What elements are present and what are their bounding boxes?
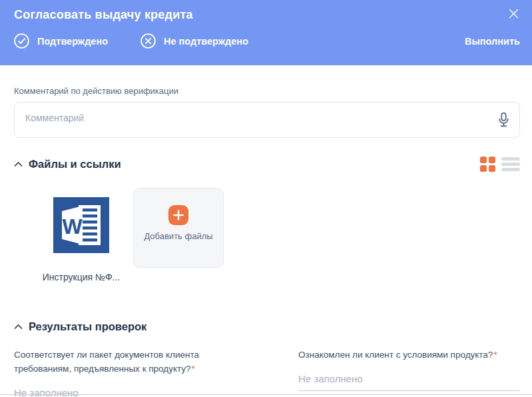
check-results-fields: Соответствует ли пакет документов клиент… bbox=[14, 348, 520, 397]
files-section-header: Файлы и ссылки bbox=[14, 157, 520, 172]
comment-label: Комментарий по действию верификации bbox=[14, 86, 520, 96]
comment-input-wrapper bbox=[14, 102, 520, 138]
grid-view-icon[interactable] bbox=[480, 157, 495, 172]
approve-credit-dialog: Согласовать выдачу кредита Подтверждено bbox=[0, 0, 532, 397]
question-field-product-terms: Ознакомлен ли клиент с условиями продукт… bbox=[298, 348, 519, 397]
required-asterisk: * bbox=[192, 364, 195, 374]
view-toggles bbox=[480, 157, 520, 172]
files-section-title: Файлы и ссылки bbox=[29, 158, 121, 171]
plus-icon bbox=[168, 205, 188, 225]
chevron-up-icon[interactable] bbox=[14, 161, 23, 167]
add-files-label: Добавить файлы bbox=[144, 231, 212, 241]
required-asterisk: * bbox=[493, 350, 497, 360]
question-value[interactable]: Не заполнено bbox=[298, 373, 519, 391]
add-files-button[interactable]: Добавить файлы bbox=[133, 188, 224, 268]
question-value[interactable]: Не заполнено bbox=[14, 387, 234, 397]
dialog-header: Согласовать выдачу кредита Подтверждено bbox=[0, 0, 532, 65]
list-view-icon[interactable] bbox=[501, 157, 520, 172]
option-not-confirmed[interactable]: Не подтверждено bbox=[140, 33, 248, 49]
option-confirmed[interactable]: Подтверждено bbox=[14, 33, 108, 49]
option-not-confirmed-label: Не подтверждено bbox=[164, 36, 248, 47]
chevron-up-icon[interactable] bbox=[14, 324, 23, 330]
option-confirmed-label: Подтверждено bbox=[37, 36, 108, 47]
results-section-title: Результаты проверок bbox=[29, 320, 146, 333]
file-name: Инструкция №Ф... bbox=[43, 272, 121, 282]
file-card[interactable]: W Инструкция №Ф... bbox=[36, 188, 127, 282]
dialog-body: Комментарий по действию верификации Файл… bbox=[0, 86, 532, 397]
question-label: Ознакомлен ли клиент с условиями продукт… bbox=[298, 348, 519, 362]
verification-actions: Подтверждено Не подтверждено Выполнить bbox=[14, 33, 520, 49]
comment-input[interactable] bbox=[15, 103, 519, 137]
svg-text:W: W bbox=[62, 214, 83, 238]
word-file-icon: W bbox=[53, 197, 109, 256]
files-row: W Инструкция №Ф... Добавить файлы bbox=[36, 188, 520, 282]
close-icon[interactable] bbox=[507, 7, 520, 20]
question-label: Соответствует ли пакет документов клиент… bbox=[14, 348, 234, 376]
dialog-title: Согласовать выдачу кредита bbox=[14, 8, 193, 22]
cross-circle-icon bbox=[140, 33, 156, 49]
microphone-icon[interactable] bbox=[496, 111, 511, 129]
execute-button[interactable]: Выполнить bbox=[465, 36, 520, 47]
dialog-bottom-edge bbox=[0, 394, 532, 395]
check-circle-icon bbox=[14, 33, 29, 49]
results-section-header: Результаты проверок bbox=[14, 320, 520, 333]
question-field-documents: Соответствует ли пакет документов клиент… bbox=[14, 348, 234, 397]
